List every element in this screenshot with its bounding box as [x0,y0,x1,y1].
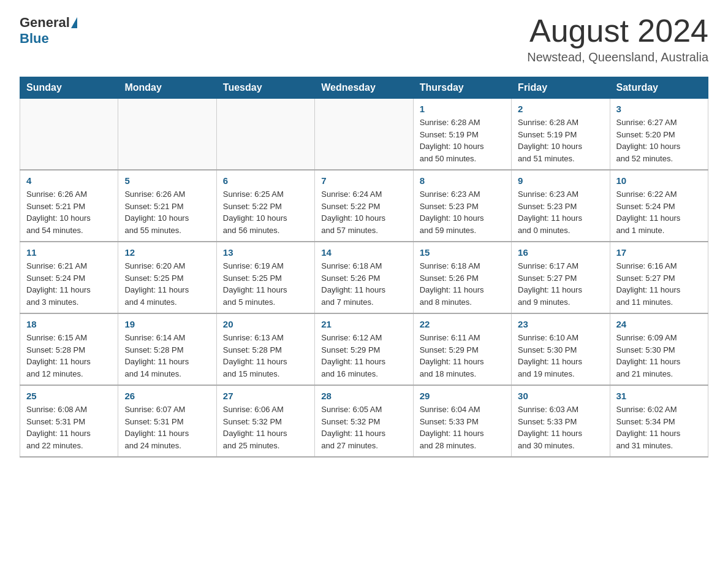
day-number: 3 [616,104,702,114]
day-info: Sunrise: 6:06 AM Sunset: 5:32 PM Dayligh… [223,404,308,451]
calendar-cell: 2Sunrise: 6:28 AM Sunset: 5:19 PM Daylig… [512,99,610,170]
calendar-cell: 4Sunrise: 6:26 AM Sunset: 5:21 PM Daylig… [20,170,118,242]
month-title: August 2024 [527,15,708,47]
calendar-cell: 18Sunrise: 6:15 AM Sunset: 5:28 PM Dayli… [20,313,118,385]
day-number: 18 [26,319,112,329]
day-info: Sunrise: 6:28 AM Sunset: 5:19 PM Dayligh… [518,117,603,164]
day-info: Sunrise: 6:22 AM Sunset: 5:24 PM Dayligh… [616,188,702,236]
day-number: 29 [420,391,505,401]
calendar-cell: 1Sunrise: 6:28 AM Sunset: 5:19 PM Daylig… [413,99,511,170]
calendar-cell: 23Sunrise: 6:10 AM Sunset: 5:30 PM Dayli… [512,313,610,385]
logo-general-text: General [20,15,70,31]
day-info: Sunrise: 6:28 AM Sunset: 5:19 PM Dayligh… [420,117,505,164]
calendar-cell: 10Sunrise: 6:22 AM Sunset: 5:24 PM Dayli… [610,170,708,242]
calendar-cell: 15Sunrise: 6:18 AM Sunset: 5:26 PM Dayli… [413,242,511,313]
day-info: Sunrise: 6:21 AM Sunset: 5:24 PM Dayligh… [26,260,112,308]
day-number: 23 [518,319,603,329]
weekday-header-tuesday: Tuesday [216,77,314,99]
location-text: Newstead, Queensland, Australia [527,50,708,64]
calendar-cell: 22Sunrise: 6:11 AM Sunset: 5:29 PM Dayli… [413,313,511,385]
day-info: Sunrise: 6:11 AM Sunset: 5:29 PM Dayligh… [420,332,505,380]
day-number: 2 [518,104,603,114]
calendar-header: SundayMondayTuesdayWednesdayThursdayFrid… [20,77,708,99]
day-info: Sunrise: 6:20 AM Sunset: 5:25 PM Dayligh… [124,260,210,308]
calendar-cell: 25Sunrise: 6:08 AM Sunset: 5:31 PM Dayli… [20,385,118,457]
day-number: 22 [420,319,505,329]
day-number: 6 [223,175,308,186]
calendar-week-row: 4Sunrise: 6:26 AM Sunset: 5:21 PM Daylig… [20,170,708,242]
calendar-cell: 26Sunrise: 6:07 AM Sunset: 5:31 PM Dayli… [118,385,216,457]
day-number: 25 [26,391,112,401]
weekday-header-sunday: Sunday [20,77,118,99]
day-info: Sunrise: 6:10 AM Sunset: 5:30 PM Dayligh… [518,332,603,380]
day-info: Sunrise: 6:03 AM Sunset: 5:33 PM Dayligh… [518,404,603,451]
day-number: 21 [321,319,406,329]
calendar-cell [118,99,216,170]
calendar-body: 1Sunrise: 6:28 AM Sunset: 5:19 PM Daylig… [20,99,708,458]
day-number: 30 [518,391,603,401]
day-number: 1 [420,104,505,114]
day-info: Sunrise: 6:19 AM Sunset: 5:25 PM Dayligh… [223,260,308,308]
day-info: Sunrise: 6:26 AM Sunset: 5:21 PM Dayligh… [26,188,112,236]
day-number: 14 [321,247,406,258]
day-info: Sunrise: 6:24 AM Sunset: 5:22 PM Dayligh… [321,188,406,236]
calendar-cell: 7Sunrise: 6:24 AM Sunset: 5:22 PM Daylig… [315,170,413,242]
calendar-cell: 29Sunrise: 6:04 AM Sunset: 5:33 PM Dayli… [413,385,511,457]
day-number: 28 [321,391,406,401]
day-number: 9 [518,175,603,186]
calendar-cell: 3Sunrise: 6:27 AM Sunset: 5:20 PM Daylig… [610,99,708,170]
calendar-cell [20,99,118,170]
calendar-cell: 14Sunrise: 6:18 AM Sunset: 5:26 PM Dayli… [315,242,413,313]
calendar-cell: 24Sunrise: 6:09 AM Sunset: 5:30 PM Dayli… [610,313,708,385]
day-number: 27 [223,391,308,401]
day-number: 17 [616,247,702,258]
logo: General Blue [20,15,78,47]
calendar-cell: 17Sunrise: 6:16 AM Sunset: 5:27 PM Dayli… [610,242,708,313]
page-header: General Blue August 2024 Newstead, Queen… [20,15,708,64]
day-number: 26 [124,391,210,401]
day-info: Sunrise: 6:18 AM Sunset: 5:26 PM Dayligh… [321,260,406,308]
day-number: 8 [420,175,505,186]
calendar-cell: 21Sunrise: 6:12 AM Sunset: 5:29 PM Dayli… [315,313,413,385]
day-info: Sunrise: 6:16 AM Sunset: 5:27 PM Dayligh… [616,260,702,308]
day-info: Sunrise: 6:04 AM Sunset: 5:33 PM Dayligh… [420,404,505,451]
weekday-header-monday: Monday [118,77,216,99]
calendar-week-row: 1Sunrise: 6:28 AM Sunset: 5:19 PM Daylig… [20,99,708,170]
calendar-cell: 5Sunrise: 6:26 AM Sunset: 5:21 PM Daylig… [118,170,216,242]
calendar-cell: 9Sunrise: 6:23 AM Sunset: 5:23 PM Daylig… [512,170,610,242]
calendar-cell [315,99,413,170]
day-info: Sunrise: 6:15 AM Sunset: 5:28 PM Dayligh… [26,332,112,380]
day-info: Sunrise: 6:13 AM Sunset: 5:28 PM Dayligh… [223,332,308,380]
calendar-table: SundayMondayTuesdayWednesdayThursdayFrid… [20,77,708,458]
day-info: Sunrise: 6:12 AM Sunset: 5:29 PM Dayligh… [321,332,406,380]
calendar-cell: 19Sunrise: 6:14 AM Sunset: 5:28 PM Dayli… [118,313,216,385]
calendar-cell: 8Sunrise: 6:23 AM Sunset: 5:23 PM Daylig… [413,170,511,242]
calendar-cell: 12Sunrise: 6:20 AM Sunset: 5:25 PM Dayli… [118,242,216,313]
calendar-cell [216,99,314,170]
calendar-week-row: 11Sunrise: 6:21 AM Sunset: 5:24 PM Dayli… [20,242,708,313]
logo-text: General [20,15,78,31]
weekday-header-saturday: Saturday [610,77,708,99]
day-number: 15 [420,247,505,258]
day-info: Sunrise: 6:14 AM Sunset: 5:28 PM Dayligh… [124,332,210,380]
title-block: August 2024 Newstead, Queensland, Austra… [527,15,708,64]
day-number: 11 [26,247,112,258]
day-info: Sunrise: 6:23 AM Sunset: 5:23 PM Dayligh… [420,188,505,236]
day-number: 31 [616,391,702,401]
calendar-cell: 30Sunrise: 6:03 AM Sunset: 5:33 PM Dayli… [512,385,610,457]
calendar-cell: 27Sunrise: 6:06 AM Sunset: 5:32 PM Dayli… [216,385,314,457]
calendar-cell: 31Sunrise: 6:02 AM Sunset: 5:34 PM Dayli… [610,385,708,457]
day-number: 16 [518,247,603,258]
day-number: 4 [26,175,112,186]
day-info: Sunrise: 6:18 AM Sunset: 5:26 PM Dayligh… [420,260,505,308]
weekday-header-thursday: Thursday [413,77,511,99]
day-info: Sunrise: 6:02 AM Sunset: 5:34 PM Dayligh… [616,404,702,451]
day-number: 7 [321,175,406,186]
day-number: 12 [124,247,210,258]
day-number: 5 [124,175,210,186]
calendar-cell: 11Sunrise: 6:21 AM Sunset: 5:24 PM Dayli… [20,242,118,313]
day-number: 10 [616,175,702,186]
calendar-cell: 28Sunrise: 6:05 AM Sunset: 5:32 PM Dayli… [315,385,413,457]
day-number: 20 [223,319,308,329]
calendar-cell: 16Sunrise: 6:17 AM Sunset: 5:27 PM Dayli… [512,242,610,313]
